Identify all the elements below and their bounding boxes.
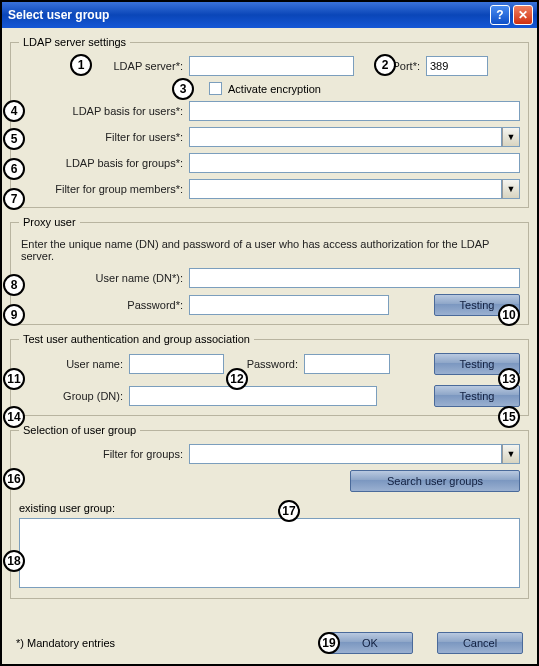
basis-groups-label: LDAP basis for groups*: xyxy=(19,157,189,169)
filter-users-dropdown-button[interactable]: ▼ xyxy=(502,127,520,147)
filter-group-members-combo[interactable] xyxy=(189,179,502,199)
filter-users-label: Filter for users*: xyxy=(19,131,189,143)
titlebar: Select user group ? ✕ xyxy=(2,2,537,28)
proxy-password-label: Password*: xyxy=(19,299,189,311)
proxy-username-label: User name (DN*): xyxy=(19,272,189,284)
ldap-groupbox: LDAP server settings LDAP server*: Port*… xyxy=(10,36,529,208)
search-user-groups-button[interactable]: Search user groups xyxy=(350,470,520,492)
selection-groupbox: Selection of user group Filter for group… xyxy=(10,424,529,599)
port-input[interactable] xyxy=(426,56,488,76)
chevron-down-icon: ▼ xyxy=(507,184,516,194)
test-auth-button[interactable]: Testing xyxy=(434,353,520,375)
port-label: Port*: xyxy=(386,60,426,72)
test-groupbox: Test user authentication and group assoc… xyxy=(10,333,529,416)
proxy-username-input[interactable] xyxy=(189,268,520,288)
mandatory-note: *) Mandatory entries xyxy=(16,637,115,649)
close-icon: ✕ xyxy=(518,8,528,22)
filter-group-members-dropdown-button[interactable]: ▼ xyxy=(502,179,520,199)
chevron-down-icon: ▼ xyxy=(507,449,516,459)
encrypt-checkbox[interactable] xyxy=(209,82,222,95)
basis-groups-input[interactable] xyxy=(189,153,520,173)
filter-group-members-label: Filter for group members*: xyxy=(19,183,189,195)
test-group-button[interactable]: Testing xyxy=(434,385,520,407)
window-title: Select user group xyxy=(8,8,109,22)
ok-button[interactable]: OK xyxy=(327,632,413,654)
test-password-label: Password: xyxy=(244,358,304,370)
proxy-password-input[interactable] xyxy=(189,295,389,315)
test-username-input[interactable] xyxy=(129,354,224,374)
filter-groups-dropdown-button[interactable]: ▼ xyxy=(502,444,520,464)
filter-groups-combo[interactable] xyxy=(189,444,502,464)
dialog-body: 1 2 3 4 5 6 7 8 9 10 11 12 13 14 15 16 1… xyxy=(2,28,537,664)
test-password-input[interactable] xyxy=(304,354,390,374)
proxy-testing-button[interactable]: Testing xyxy=(434,294,520,316)
test-legend: Test user authentication and group assoc… xyxy=(19,333,254,345)
help-button[interactable]: ? xyxy=(490,5,510,25)
chevron-down-icon: ▼ xyxy=(507,132,516,142)
cancel-button[interactable]: Cancel xyxy=(437,632,523,654)
ldap-legend: LDAP server settings xyxy=(19,36,130,48)
test-group-input[interactable] xyxy=(129,386,377,406)
proxy-groupbox: Proxy user Enter the unique name (DN) an… xyxy=(10,216,529,325)
selection-legend: Selection of user group xyxy=(19,424,140,436)
existing-group-listbox[interactable] xyxy=(19,518,520,588)
basis-users-label: LDAP basis for users*: xyxy=(19,105,189,117)
basis-users-input[interactable] xyxy=(189,101,520,121)
test-username-label: User name: xyxy=(19,358,129,370)
ldap-server-input[interactable] xyxy=(189,56,354,76)
encrypt-label: Activate encryption xyxy=(228,83,321,95)
filter-groups-label: Filter for groups: xyxy=(19,448,189,460)
proxy-note: Enter the unique name (DN) and password … xyxy=(21,238,520,262)
close-button[interactable]: ✕ xyxy=(513,5,533,25)
test-group-label: Group (DN): xyxy=(19,390,129,402)
existing-group-label: existing user group: xyxy=(19,502,115,514)
proxy-legend: Proxy user xyxy=(19,216,80,228)
ldap-server-label: LDAP server*: xyxy=(19,60,189,72)
filter-users-combo[interactable] xyxy=(189,127,502,147)
